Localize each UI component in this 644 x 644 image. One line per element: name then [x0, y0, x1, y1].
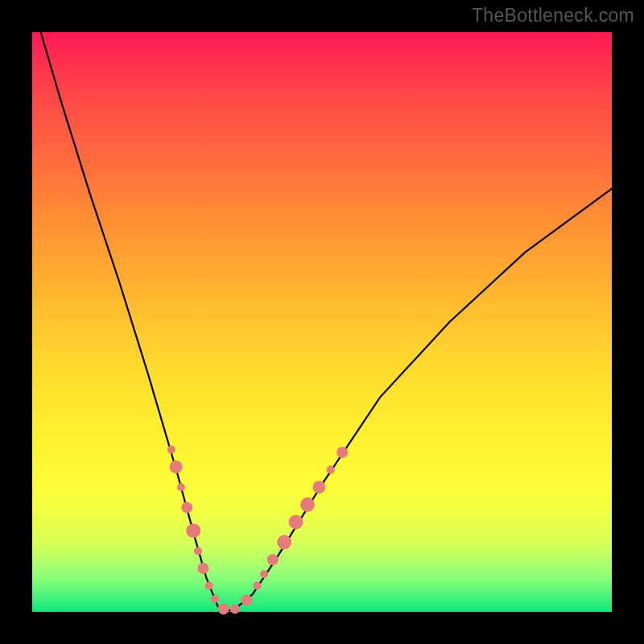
- marker-dot: [230, 604, 240, 613]
- marker-dot: [260, 570, 268, 578]
- chart-stage: TheBottleneck.com: [0, 0, 644, 644]
- marker-dot: [336, 447, 348, 458]
- marker-dot: [218, 603, 229, 614]
- marker-dot: [253, 582, 261, 590]
- marker-dot: [327, 466, 335, 474]
- marker-dot: [312, 481, 325, 493]
- marker-dot: [170, 460, 183, 473]
- marker-dot: [177, 483, 185, 491]
- marker-dot: [211, 595, 219, 603]
- chart-svg: [32, 32, 612, 612]
- marker-dot: [241, 595, 252, 606]
- marker-dot: [300, 497, 315, 512]
- marker-dot: [277, 535, 291, 550]
- marker-dot: [167, 445, 175, 453]
- plot-area: [32, 32, 612, 612]
- marker-dot: [197, 563, 208, 574]
- marker-dots-group: [167, 445, 348, 614]
- marker-dot: [289, 514, 303, 529]
- marker-dot: [194, 547, 202, 555]
- watermark-text: TheBottleneck.com: [472, 5, 634, 27]
- marker-dot: [186, 523, 200, 538]
- marker-dot: [205, 582, 213, 590]
- marker-dot: [181, 502, 192, 513]
- marker-dot: [267, 554, 279, 565]
- bottleneck-curve-path: [32, 3, 612, 612]
